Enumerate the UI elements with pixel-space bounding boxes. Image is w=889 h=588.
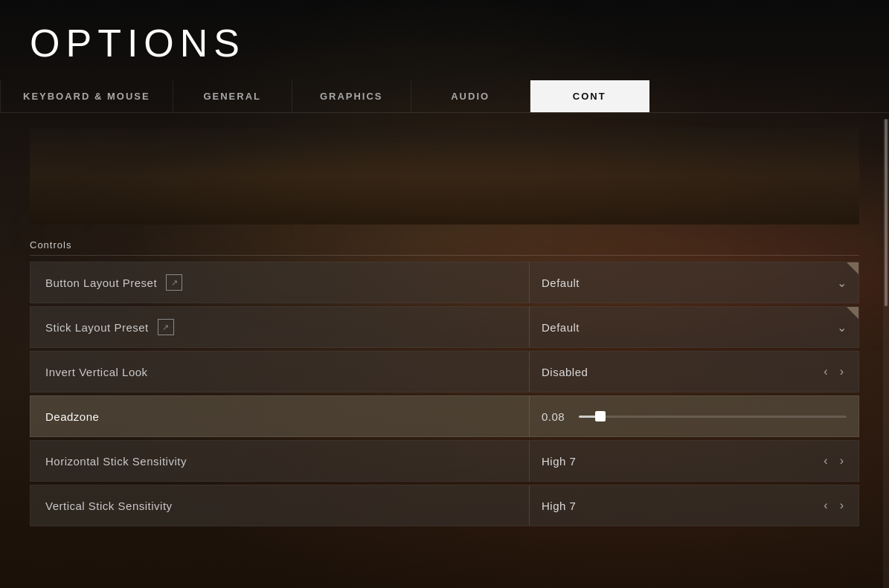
tab-bar: KEYBOARD & MOUSE GENERAL GRAPHICS AUDIO … [0, 80, 889, 113]
content-area: Controls Button Layout Preset Default ⌄ [0, 128, 889, 526]
horizontal-stick-sensitivity-nav: High 7 ‹ › [542, 454, 847, 468]
deadzone-value-area: 0.08 [529, 396, 858, 436]
button-layout-value-area: Default ⌄ [529, 262, 858, 303]
setting-row-invert-vertical-look: Invert Vertical Look Disabled ‹ › [30, 351, 859, 392]
vertical-stick-sensitivity-prev[interactable]: ‹ [821, 499, 830, 512]
vertical-stick-sensitivity-next[interactable]: › [837, 499, 847, 512]
deadzone-slider-thumb[interactable] [595, 411, 606, 421]
vertical-stick-sensitivity-label: Vertical Stick Sensitivity [45, 500, 173, 512]
button-layout-preset-label: Button Layout Preset [45, 277, 157, 289]
scene-panel [30, 128, 859, 224]
setting-row-vertical-stick-sensitivity: Vertical Stick Sensitivity High 7 ‹ › [30, 485, 859, 526]
button-layout-external-link-icon[interactable] [166, 274, 182, 291]
invert-vertical-look-value-area: Disabled ‹ › [529, 352, 858, 392]
vertical-stick-sensitivity-value-area: High 7 ‹ › [529, 485, 858, 526]
corner-mark [847, 262, 858, 274]
corner-mark [847, 307, 858, 319]
horizontal-stick-sensitivity-prev[interactable]: ‹ [821, 454, 830, 468]
invert-vertical-look-label: Invert Vertical Look [45, 366, 148, 378]
vertical-stick-sensitivity-value: High 7 [542, 500, 576, 512]
invert-vertical-look-prev[interactable]: ‹ [821, 365, 830, 378]
setting-label-area: Vertical Stick Sensitivity [31, 500, 529, 512]
setting-row-deadzone: Deadzone 0.08 [30, 395, 859, 437]
section-header: Controls [30, 239, 859, 256]
button-layout-value: Default [542, 277, 580, 289]
tab-general[interactable]: GENERAL [173, 80, 292, 112]
page-title: OPTIONS [0, 0, 889, 80]
stick-layout-dropdown-arrow: ⌄ [837, 320, 847, 335]
tab-keyboard-mouse[interactable]: KEYBOARD & MOUSE [0, 80, 173, 112]
setting-row-stick-layout-preset: Stick Layout Preset Default ⌄ [30, 306, 859, 348]
tab-controls[interactable]: CONT [530, 80, 649, 112]
invert-vertical-look-next[interactable]: › [837, 365, 847, 378]
setting-row-button-layout-preset: Button Layout Preset Default ⌄ [30, 262, 859, 303]
button-layout-dropdown-arrow: ⌄ [837, 276, 847, 290]
setting-label-area: Stick Layout Preset [31, 319, 529, 335]
stick-layout-dropdown[interactable]: Default ⌄ [542, 320, 847, 335]
horizontal-stick-sensitivity-label: Horizontal Stick Sensitivity [45, 455, 187, 468]
setting-label-area: Invert Vertical Look [31, 366, 529, 378]
stick-layout-external-link-icon[interactable] [158, 319, 174, 335]
vertical-stick-sensitivity-nav: High 7 ‹ › [542, 499, 847, 512]
scrollbar[interactable] [883, 119, 889, 588]
tab-graphics[interactable]: GRAPHICS [292, 80, 411, 112]
setting-label-area: Deadzone [31, 410, 529, 423]
horizontal-stick-sensitivity-value: High 7 [542, 455, 576, 468]
settings-list: Button Layout Preset Default ⌄ Stick Lay… [30, 262, 859, 526]
deadzone-value: 0.08 [542, 410, 571, 423]
stick-layout-preset-label: Stick Layout Preset [45, 321, 149, 334]
stick-layout-value-area: Default ⌄ [529, 307, 858, 347]
scroll-thumb[interactable] [885, 119, 888, 306]
horizontal-stick-sensitivity-value-area: High 7 ‹ › [529, 441, 858, 481]
horizontal-stick-sensitivity-next[interactable]: › [837, 454, 847, 468]
setting-label-area: Horizontal Stick Sensitivity [31, 455, 529, 468]
deadzone-slider-container: 0.08 [542, 410, 847, 423]
invert-vertical-look-nav: Disabled ‹ › [542, 365, 847, 378]
deadzone-label: Deadzone [45, 410, 99, 423]
setting-label-area: Button Layout Preset [31, 274, 529, 291]
deadzone-slider-track[interactable] [579, 416, 847, 418]
button-layout-dropdown[interactable]: Default ⌄ [542, 276, 847, 290]
invert-vertical-look-value: Disabled [542, 366, 588, 378]
stick-layout-value: Default [542, 321, 580, 334]
tab-audio[interactable]: AUDIO [411, 80, 530, 112]
setting-row-horizontal-stick-sensitivity: Horizontal Stick Sensitivity High 7 ‹ › [30, 440, 859, 482]
